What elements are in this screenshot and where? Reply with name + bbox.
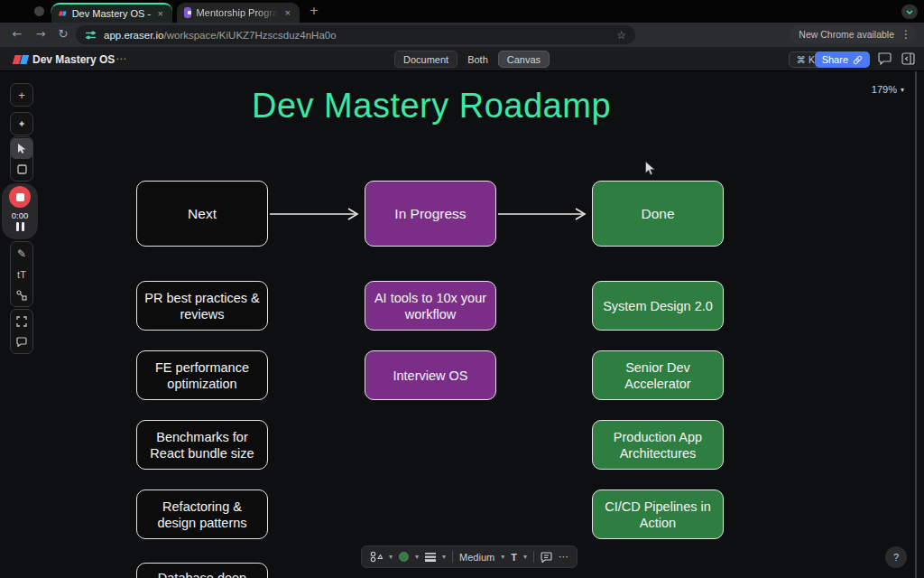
pause-recording-button[interactable]	[16, 222, 24, 231]
kanban-header-done[interactable]: Done	[592, 181, 724, 247]
mode-document-button[interactable]: Document	[394, 51, 457, 68]
arrow-progress-to-done[interactable]	[498, 205, 590, 223]
shape-style-icon[interactable]	[370, 551, 383, 563]
rectangle-tool[interactable]	[11, 159, 32, 180]
frame-tool[interactable]	[11, 311, 32, 331]
window-close-button[interactable]	[34, 6, 44, 16]
tab-dev-mastery-os[interactable]: Dev Mastery OS — Eraser ×	[51, 3, 172, 23]
browser-toolbar: ← → ↻ app.eraser.io/workspace/KiUKZ7Hzsc…	[0, 23, 924, 47]
caret-down-icon[interactable]: ▾	[389, 553, 393, 561]
kanban-card[interactable]: Refactoring & design patterns	[136, 489, 268, 539]
kanban-card[interactable]: Benchmarks for React bundle size	[136, 420, 268, 470]
new-tab-button[interactable]: +	[307, 4, 321, 18]
toolbar-divider	[533, 551, 534, 563]
card-label: Production App Architectures	[599, 429, 716, 461]
kanban-card[interactable]: Interview OS	[365, 350, 496, 400]
kanban-card[interactable]: PR best practices & reviews	[136, 281, 268, 331]
mouse-cursor	[644, 161, 657, 176]
pencil-tool[interactable]: ✎	[11, 243, 32, 264]
caret-down-icon[interactable]: ▾	[501, 553, 504, 561]
stroke-style-icon[interactable]	[425, 553, 436, 562]
add-shape-button[interactable]: +	[10, 83, 33, 107]
select-tool-group	[10, 136, 33, 182]
header-label: In Progress	[394, 206, 466, 222]
card-label: CI/CD Pipelines in Action	[599, 499, 716, 531]
eraser-favicon	[59, 9, 67, 18]
arrow-next-to-progress[interactable]	[270, 205, 363, 223]
kanban-header-in-progress[interactable]: In Progress	[365, 181, 496, 247]
address-bar[interactable]: app.eraser.io/workspace/KiUKZ7Hzscsduz4n…	[76, 25, 635, 44]
canvas-title-text[interactable]: Dev Mastery Roadamp	[236, 87, 626, 126]
comment-icon[interactable]	[541, 552, 552, 563]
card-label: AI tools to 10x your workflow	[372, 290, 489, 322]
site-settings-icon	[85, 30, 97, 41]
color-swatch[interactable]	[399, 552, 409, 562]
screen-recording-widget: 0:00	[2, 183, 38, 239]
kanban-card[interactable]: FE performance optimization	[136, 350, 268, 400]
share-label: Share	[822, 54, 848, 65]
tab-mentorship-program[interactable]: Mentorship Program HONES ×	[177, 3, 300, 23]
kanban-card[interactable]: Database deep	[136, 563, 268, 578]
select-cursor-tool[interactable]	[11, 138, 32, 159]
ai-sparkle-button[interactable]: ✦	[10, 112, 33, 135]
view-mode-toggle: Document Both Canvas	[394, 51, 550, 68]
comments-button[interactable]	[878, 52, 892, 65]
frame-tool-group	[10, 309, 33, 354]
link-icon	[853, 55, 863, 65]
kanban-card[interactable]: AI tools to 10x your workflow	[365, 281, 496, 331]
browser-window: Dev Mastery OS — Eraser × Mentorship Pro…	[0, 0, 924, 578]
eraser-app-bar: Dev Mastery OS ⋯ Document Both Canvas ⌘ …	[0, 47, 924, 71]
canvas-scrollbar[interactable]	[915, 71, 917, 578]
zoom-control[interactable]: 179% ▾	[872, 84, 904, 95]
close-icon[interactable]: ×	[156, 8, 165, 19]
kanban-card[interactable]: System Design 2.0	[592, 281, 724, 331]
tab-title: Mentorship Program HONES	[197, 7, 278, 18]
mode-canvas-button[interactable]: Canvas	[498, 51, 550, 68]
open-panel-icon[interactable]	[901, 52, 915, 65]
card-label: FE performance optimization	[143, 359, 261, 392]
toolbar-divider	[452, 551, 453, 563]
forward-button[interactable]: →	[32, 26, 49, 42]
reload-button[interactable]: ↻	[55, 26, 71, 42]
workspace-title: Dev Mastery OS	[32, 53, 115, 66]
card-label: Interview OS	[393, 368, 468, 384]
font-select[interactable]: T	[511, 552, 517, 563]
kanban-card[interactable]: Senior Dev Accelerator	[592, 350, 724, 400]
size-select[interactable]: Medium	[459, 552, 494, 563]
kanban-header-next[interactable]: Next	[136, 181, 268, 247]
text-tool[interactable]: tT	[11, 264, 32, 284]
card-label: Senior Dev Accelerator	[599, 359, 716, 392]
caret-down-icon[interactable]: ▾	[523, 553, 527, 561]
mentorship-favicon	[184, 7, 191, 18]
help-button[interactable]: ?	[885, 546, 907, 568]
back-button[interactable]: ←	[9, 26, 25, 42]
card-label: System Design 2.0	[603, 298, 713, 314]
more-options-button[interactable]: ⋯	[559, 551, 568, 563]
shape-style-toolbar: ▾ ▾ ▾ Medium ▾ T ▾ ⋯	[361, 545, 578, 568]
stop-recording-button[interactable]	[9, 186, 31, 208]
card-label: Refactoring & design patterns	[143, 499, 261, 531]
caret-down-icon[interactable]: ▾	[415, 553, 419, 561]
share-button[interactable]: Share	[815, 51, 870, 68]
kebab-menu-icon[interactable]: ⋮	[901, 28, 911, 41]
recording-timer: 0:00	[12, 210, 29, 220]
chrome-update-chip[interactable]: New Chrome available ⋮	[790, 25, 917, 43]
eraser-logo	[12, 54, 30, 65]
caret-down-icon[interactable]: ▾	[442, 553, 446, 561]
header-label: Done	[641, 206, 674, 222]
mode-both-button[interactable]: Both	[459, 51, 496, 68]
caret-down-icon: ▾	[901, 86, 904, 94]
eraser-canvas[interactable]: 179% ▾ Dev Mastery Roadamp + ✦ 0:00 ✎ tT…	[0, 71, 924, 578]
bookmark-star-icon[interactable]: ☆	[616, 29, 626, 42]
url-host: app.eraser.io	[104, 30, 164, 41]
header-label: Next	[188, 206, 217, 222]
url-text: app.eraser.io/workspace/KiUKZ7Hzscsduz4n…	[104, 30, 337, 41]
tab-search-button[interactable]	[901, 5, 918, 19]
comment-tool[interactable]	[11, 331, 32, 352]
kanban-card[interactable]: CI/CD Pipelines in Action	[592, 489, 724, 539]
workspace-menu-button[interactable]: ⋯	[116, 52, 126, 65]
connector-tool[interactable]	[11, 284, 32, 305]
draw-tool-group: ✎ tT	[10, 241, 33, 307]
kanban-card[interactable]: Production App Architectures	[592, 420, 724, 470]
close-icon[interactable]: ×	[283, 7, 292, 18]
